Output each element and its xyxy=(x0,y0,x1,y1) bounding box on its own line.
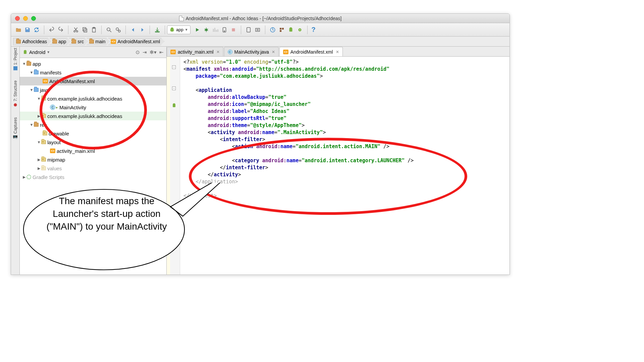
replace-button[interactable] xyxy=(114,26,122,34)
module-icon xyxy=(26,62,31,66)
svg-rect-3 xyxy=(84,29,87,32)
paste-button[interactable] xyxy=(90,26,98,34)
android-icon xyxy=(171,103,177,108)
tree-node-res[interactable]: ▼res xyxy=(20,120,166,129)
tree-node-app[interactable]: ▼app xyxy=(20,59,166,68)
expand-arrow-icon[interactable]: ▶ xyxy=(37,114,41,118)
expand-arrow-icon[interactable]: ▶ xyxy=(22,175,26,179)
captures-tool-tab[interactable]: 📷Captures xyxy=(13,117,18,140)
nav-back-button[interactable] xyxy=(129,26,137,34)
svg-rect-18 xyxy=(280,28,281,29)
tree-node-values[interactable]: ▶values xyxy=(20,164,166,173)
make-project-button[interactable] xyxy=(153,26,161,34)
breadcrumb-item[interactable]: AdhocIdeas xyxy=(13,38,51,45)
fold-marker-icon[interactable]: − xyxy=(172,65,176,69)
sdk-manager-button[interactable] xyxy=(254,26,262,34)
expand-arrow-icon[interactable]: ▼ xyxy=(29,123,34,127)
tree-label: com.example.jusliukk.adhocideas xyxy=(47,113,122,119)
structure-tool-tab[interactable]: ⬣7: Structure xyxy=(13,80,18,107)
breadcrumb-item[interactable]: src xyxy=(68,38,88,45)
editor-tab-active[interactable]: <>AndroidManifest.xml✕ xyxy=(279,47,343,56)
tree-label: values xyxy=(47,166,62,171)
help-button[interactable]: ? xyxy=(310,26,318,34)
breadcrumb-label: main xyxy=(95,39,105,44)
svg-point-11 xyxy=(205,28,208,31)
save-button[interactable] xyxy=(23,26,32,34)
expand-arrow-icon[interactable]: ▼ xyxy=(37,140,41,144)
breadcrumb-label: app xyxy=(58,39,66,44)
zoom-window-button[interactable] xyxy=(31,16,36,21)
tree-node-java[interactable]: ▼java xyxy=(20,85,166,94)
debug-button[interactable] xyxy=(202,26,210,34)
tree-node-manifest-file[interactable]: <>AndroidManifest.xml xyxy=(20,77,166,85)
svg-rect-10 xyxy=(155,32,159,32)
tree-node-drawable[interactable]: drawable xyxy=(20,129,166,138)
expand-arrow-icon[interactable]: ▼ xyxy=(29,88,34,92)
tree-node-gradle-scripts[interactable]: ▶Gradle Scripts xyxy=(20,173,166,181)
close-window-button[interactable] xyxy=(15,16,20,21)
tab-label: activity_main.xml xyxy=(178,49,214,55)
stop-button[interactable] xyxy=(229,26,237,34)
tree-node-main-activity[interactable]: C▸MainActivity xyxy=(20,103,166,112)
project-structure-button[interactable] xyxy=(278,26,286,34)
editor-tab[interactable]: CMainActivity.java✕ xyxy=(224,47,279,56)
expand-arrow-icon[interactable]: ▶ xyxy=(37,158,41,162)
folder-icon xyxy=(34,70,39,74)
breadcrumb-item[interactable]: <>AndroidManifest.xml xyxy=(108,38,164,45)
android-icon xyxy=(169,27,175,33)
sync-gradle-button[interactable] xyxy=(269,26,277,34)
editor-tabs: <>activity_main.xml✕ CMainActivity.java✕… xyxy=(167,47,509,57)
fold-marker-icon[interactable]: − xyxy=(172,86,176,90)
avd-manager-button[interactable] xyxy=(245,26,253,34)
collapse-icon[interactable]: ⇥ xyxy=(143,49,147,55)
copy-button[interactable] xyxy=(81,26,89,34)
device-file-button[interactable] xyxy=(296,26,304,34)
tree-label: res xyxy=(40,122,47,128)
close-icon[interactable]: ✕ xyxy=(336,50,339,54)
undo-button[interactable] xyxy=(48,26,56,34)
locate-icon[interactable]: ⊙ xyxy=(136,49,140,55)
project-view-selector[interactable]: Android ▼ xyxy=(22,50,50,55)
annotation-callout-text: The manifest maps the Launcher's start-u… xyxy=(36,195,177,233)
close-icon[interactable]: ✕ xyxy=(216,50,220,54)
attach-debugger-button[interactable] xyxy=(220,26,228,34)
tree-label: mipmap xyxy=(47,157,65,163)
android-monitor-button[interactable] xyxy=(287,26,295,34)
run-marker-icon: ▸ xyxy=(56,105,58,110)
open-button[interactable] xyxy=(14,26,22,34)
nav-forward-button[interactable] xyxy=(138,26,146,34)
breadcrumb-item[interactable]: app xyxy=(49,38,70,45)
settings-icon[interactable]: ✻▾ xyxy=(150,49,157,55)
find-button[interactable] xyxy=(105,26,113,34)
expand-arrow-icon[interactable]: ▼ xyxy=(37,97,41,101)
tree-node-activity-main-xml[interactable]: <>activity_main.xml xyxy=(20,146,166,155)
close-icon[interactable]: ✕ xyxy=(272,50,275,54)
expand-arrow-icon[interactable]: ▼ xyxy=(29,70,34,74)
run-configuration-selector[interactable]: app ▼ xyxy=(167,25,191,34)
expand-arrow-icon[interactable]: ▼ xyxy=(22,62,26,66)
sync-button[interactable] xyxy=(33,26,41,34)
package-icon xyxy=(43,131,47,135)
run-button[interactable] xyxy=(193,26,201,34)
tree-node-package-test[interactable]: ▶com.example.jusliukk.adhocideas xyxy=(20,112,166,120)
tree-node-manifests[interactable]: ▼manifests xyxy=(20,68,166,77)
profile-button[interactable] xyxy=(211,26,219,34)
expand-arrow-icon[interactable]: ▶ xyxy=(37,166,41,171)
tree-node-package-main[interactable]: ▼com.example.jusliukk.adhocideas xyxy=(20,94,166,103)
editor-tab[interactable]: <>activity_main.xml✕ xyxy=(167,47,223,56)
hide-icon[interactable]: ⇤ xyxy=(159,49,164,55)
main-toolbar: app ▼ ? xyxy=(11,23,509,37)
project-panel-tools: ⊙ ⇥ ✻▾ ⇤ xyxy=(136,49,164,55)
redo-button[interactable] xyxy=(57,26,65,34)
document-icon xyxy=(179,16,184,21)
tree-node-layout[interactable]: ▼layout xyxy=(20,138,166,146)
tree-node-mipmap[interactable]: ▶mipmap xyxy=(20,155,166,164)
xml-file-icon: <> xyxy=(50,148,55,153)
cut-button[interactable] xyxy=(72,26,80,34)
breadcrumb-item[interactable]: main xyxy=(86,38,110,45)
android-icon xyxy=(22,50,28,55)
minimize-window-button[interactable] xyxy=(23,16,28,21)
svg-rect-20 xyxy=(280,30,281,32)
class-icon: C xyxy=(50,105,55,110)
project-tool-tab[interactable]: 1: Project xyxy=(13,48,18,70)
